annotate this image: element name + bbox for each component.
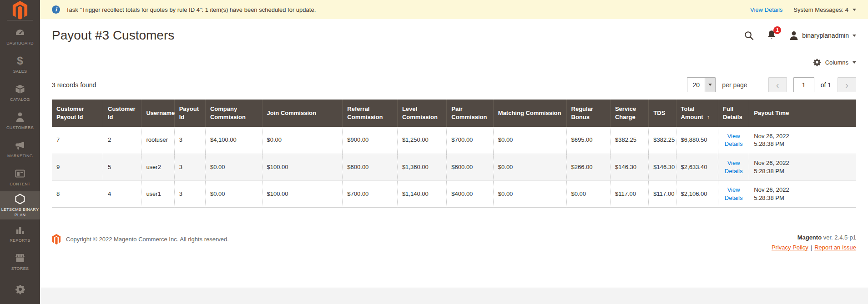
sidebar-item-label: SALES	[13, 69, 27, 75]
search-button[interactable]	[744, 30, 754, 40]
cell-matching-commission: $0.00	[493, 127, 566, 154]
table-header-row: Customer Payout Id Customer Id Username …	[52, 100, 856, 127]
column-header[interactable]: Matching Commission	[493, 100, 566, 127]
system-messages-label: System Messages: 4	[793, 6, 848, 13]
next-page-button[interactable]: ›	[838, 77, 856, 92]
caret-down-icon	[708, 84, 712, 86]
view-details-link[interactable]: View Details	[723, 159, 744, 175]
cell-customer-payout-id: 8	[52, 180, 103, 207]
column-header[interactable]: Company Commission	[205, 100, 262, 127]
cell-level-commission: $1,360.00	[397, 154, 446, 180]
cell-pair-commission: $400.00	[447, 180, 493, 207]
column-header[interactable]: Level Commission	[397, 100, 446, 127]
column-header[interactable]: Customer Id	[103, 100, 141, 127]
privacy-policy-link[interactable]: Privacy Policy	[772, 244, 808, 251]
report-issue-link[interactable]: Report an Issue	[814, 244, 856, 251]
notification-actions: View Details System Messages: 4	[750, 6, 856, 13]
column-header[interactable]: Pair Commission	[447, 100, 493, 127]
per-page-select[interactable]: 20	[687, 77, 716, 92]
column-header[interactable]: TDS	[649, 100, 676, 127]
main-content: i Task "Trigger recollect totals for quo…	[40, 0, 868, 304]
magento-logo-icon	[52, 234, 61, 244]
column-header[interactable]: Customer Payout Id	[52, 100, 103, 127]
admin-username: binaryplanadmin	[802, 32, 849, 39]
sidebar-divider	[7, 20, 33, 20]
sidebar-item-catalog[interactable]: CATALOG	[0, 79, 40, 107]
dashboard-icon	[15, 27, 25, 39]
footer: Copyright © 2022 Magento Commerce Inc. A…	[40, 234, 868, 251]
sidebar-item-label: DASHBOARD	[6, 41, 34, 46]
column-header[interactable]: Referral Commission	[343, 100, 398, 127]
view-details-link[interactable]: View Details	[723, 132, 744, 148]
table-row: 7 2 rootuser 3 $4,100.00 $0.00 $900.00 $…	[52, 127, 856, 154]
page-number-input[interactable]	[793, 77, 814, 92]
search-icon	[744, 30, 754, 40]
cell-payout-id: 3	[174, 127, 205, 154]
column-header[interactable]: Join Commission	[262, 100, 343, 127]
table-row: 8 4 user1 3 $0.00 $100.00 $700.00 $1,140…	[52, 180, 856, 207]
magento-logo[interactable]	[0, 0, 40, 20]
header-actions: 1 binaryplanadmin	[744, 30, 856, 42]
cell-pair-commission: $600.00	[447, 154, 493, 180]
cell-company-commission: $0.00	[205, 154, 262, 180]
sidebar-item-label: CONTENT	[10, 182, 30, 187]
caret-down-icon	[853, 61, 856, 64]
column-header[interactable]: Payout Time	[749, 100, 856, 127]
view-details-link[interactable]: View Details	[723, 186, 744, 202]
sidebar-item-system[interactable]	[0, 276, 40, 304]
magento-logo-icon	[12, 1, 28, 20]
cell-full-details: View Details	[718, 180, 749, 207]
sidebar-item-stores[interactable]: STORES	[0, 248, 40, 276]
column-header[interactable]: Payout Id	[174, 100, 205, 127]
cell-customer-id: 4	[103, 180, 141, 207]
sidebar-item-customers[interactable]: CUSTOMERS	[0, 107, 40, 135]
catalog-icon	[15, 83, 25, 95]
sidebar-item-dashboard[interactable]: DASHBOARD	[0, 22, 40, 50]
cell-service-charge: $382.25	[610, 127, 648, 154]
gear-icon	[813, 58, 821, 66]
table-row: 9 5 user2 3 $0.00 $100.00 $600.00 $1,360…	[52, 154, 856, 180]
sidebar-item-letscms-binary-plan[interactable]: LETSCMS BINARY PLAN	[0, 191, 40, 219]
version-number: ver. 2.4.5-p1	[823, 234, 856, 241]
cell-company-commission: $4,100.00	[205, 127, 262, 154]
previous-page-button[interactable]: ‹	[768, 77, 787, 92]
sidebar-item-marketing[interactable]: MARKETING	[0, 135, 40, 163]
caret-down-icon	[853, 35, 856, 37]
records-found-label: 3 records found	[52, 81, 96, 89]
cell-customer-id: 5	[103, 154, 141, 180]
sidebar-item-reports[interactable]: REPORTS	[0, 219, 40, 248]
per-page-caret	[705, 78, 715, 92]
cell-payout-id: 3	[174, 154, 205, 180]
stores-icon	[15, 252, 25, 264]
notifications-button[interactable]: 1	[767, 30, 777, 42]
cell-full-details: View Details	[718, 154, 749, 180]
hexagon-icon	[14, 193, 26, 205]
column-header[interactable]: Regular Bonus	[566, 100, 610, 127]
cell-company-commission: $0.00	[205, 180, 262, 207]
column-header[interactable]: Full Details	[718, 100, 749, 127]
sort-asc-icon: ↑	[707, 114, 710, 120]
cell-regular-bonus: $0.00	[566, 180, 610, 207]
system-messages-toggle[interactable]: System Messages: 4	[793, 6, 856, 13]
column-header[interactable]: Username	[141, 100, 174, 127]
cell-level-commission: $1,250.00	[397, 127, 446, 154]
system-messages-bar: i Task "Trigger recollect totals for quo…	[40, 0, 868, 19]
sidebar-item-label: REPORTS	[10, 238, 30, 244]
sidebar-item-label: CATALOG	[10, 97, 30, 103]
sidebar-item-sales[interactable]: $ SALES	[0, 50, 40, 79]
sidebar-item-label: STORES	[11, 266, 29, 272]
cell-service-charge: $146.30	[610, 154, 648, 180]
column-header[interactable]: Service Charge	[610, 100, 648, 127]
cell-service-charge: $117.00	[610, 180, 648, 207]
customers-icon	[15, 111, 25, 123]
cell-total-amount: $2,106.00	[676, 180, 718, 207]
cell-payout-time: Nov 26, 2022 5:28:38 PM	[749, 154, 856, 180]
sidebar-item-content[interactable]: CONTENT	[0, 163, 40, 191]
admin-user-menu[interactable]: binaryplanadmin	[789, 31, 856, 40]
column-header-sorted[interactable]: Total Amount↑	[676, 100, 718, 127]
cell-join-commission: $0.00	[262, 127, 343, 154]
columns-control[interactable]: Columns	[40, 49, 868, 66]
cell-referral-commission: $600.00	[343, 154, 398, 180]
view-details-link[interactable]: View Details	[750, 6, 782, 13]
chevron-left-icon: ‹	[776, 80, 779, 90]
